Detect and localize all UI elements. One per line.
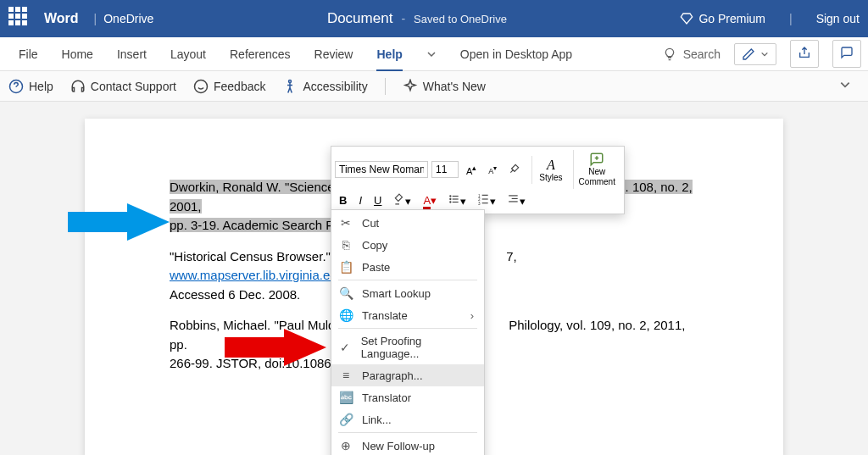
- help-button[interactable]: Help: [8, 79, 53, 94]
- font-size-select[interactable]: [431, 161, 459, 178]
- tab-layout[interactable]: Layout: [159, 37, 218, 71]
- tab-insert[interactable]: Insert: [105, 37, 159, 71]
- title-bar: Word | OneDrive Document - Saved to OneD…: [0, 0, 868, 37]
- svg-rect-16: [512, 198, 518, 199]
- svg-rect-4: [453, 196, 459, 197]
- menu-paste[interactable]: 📋 Paste: [331, 256, 484, 278]
- go-premium-button[interactable]: Go Premium: [680, 12, 765, 25]
- ribbon-tabs: File Home Insert Layout References Revie…: [0, 37, 868, 71]
- chevron-down-icon: [426, 49, 437, 59]
- chevron-down-icon: [760, 50, 769, 58]
- menu-copy[interactable]: ⎘ Copy: [331, 234, 484, 256]
- menu-separator: [338, 432, 477, 433]
- editing-mode-button[interactable]: [734, 43, 776, 65]
- numbering-button[interactable]: 123▾: [474, 191, 500, 210]
- document-title[interactable]: Document: [327, 10, 392, 27]
- tab-references[interactable]: References: [218, 37, 303, 71]
- contact-support-button[interactable]: Contact Support: [70, 79, 176, 94]
- expand-ribbon-button[interactable]: [831, 79, 860, 93]
- increase-font-button[interactable]: A▴: [462, 160, 481, 179]
- highlighter-icon: [393, 193, 405, 205]
- svg-rect-8: [453, 202, 459, 203]
- accessibility-icon: [282, 79, 298, 94]
- indent-icon: [508, 193, 520, 205]
- help-toolbar: Help Contact Support Feedback Accessibil…: [0, 71, 868, 102]
- translator-icon: 🔤: [338, 391, 353, 404]
- link-icon: 🔗: [338, 413, 353, 426]
- bullets-button[interactable]: ▾: [444, 191, 470, 210]
- bold-button[interactable]: B: [335, 191, 351, 209]
- svg-point-5: [449, 198, 451, 200]
- format-painter-button[interactable]: [504, 160, 525, 180]
- underline-button[interactable]: U: [370, 191, 386, 209]
- svg-rect-6: [453, 198, 459, 199]
- open-desktop-button[interactable]: Open in Desktop App: [448, 37, 584, 71]
- chevron-down-icon: [839, 79, 851, 91]
- copy-icon: ⎘: [338, 238, 353, 252]
- share-icon: [798, 46, 811, 59]
- comment-plus-icon: [589, 152, 604, 167]
- menu-translate[interactable]: 🌐 Translate ›: [331, 304, 484, 326]
- svg-marker-18: [68, 203, 170, 241]
- chevron-right-icon: ›: [470, 309, 474, 322]
- new-comment-button[interactable]: New Comment: [573, 150, 620, 189]
- svg-rect-10: [482, 195, 488, 196]
- menu-link[interactable]: 🔗 Link...: [331, 408, 484, 430]
- language-icon: ✓: [338, 341, 353, 354]
- smiley-icon: [193, 79, 209, 94]
- annotation-red-arrow: [225, 329, 326, 371]
- title-separator: |: [94, 12, 97, 25]
- feedback-button[interactable]: Feedback: [193, 79, 265, 94]
- paragraph-icon: ≡: [338, 369, 353, 382]
- font-color-button[interactable]: A▾: [419, 191, 441, 209]
- brush-icon: [509, 163, 520, 175]
- decrease-font-button[interactable]: A▾: [484, 162, 501, 178]
- highlight-button[interactable]: ▾: [389, 191, 415, 210]
- selected-text[interactable]: pp. 3-19. Academic Search Prem: [170, 218, 356, 232]
- menu-proofing-language[interactable]: ✓ Set Proofing Language...: [331, 330, 484, 364]
- menu-smart-lookup[interactable]: 🔍 Smart Lookup: [331, 282, 484, 304]
- title-separator: |: [789, 12, 793, 25]
- bullets-icon: [448, 193, 460, 205]
- svg-rect-14: [482, 203, 488, 203]
- menu-new-followup[interactable]: ⊕ New Follow-up: [331, 435, 484, 455]
- font-family-select[interactable]: [335, 161, 428, 178]
- tab-home[interactable]: Home: [50, 37, 105, 71]
- hyperlink[interactable]: www.mapserver.lib.virginia.edu/: [170, 268, 348, 282]
- styles-icon: A: [547, 158, 555, 173]
- tab-more[interactable]: [415, 37, 448, 71]
- pencil-icon: [742, 47, 755, 61]
- search-box[interactable]: Search: [663, 47, 721, 61]
- svg-marker-19: [225, 329, 326, 366]
- sign-out-button[interactable]: Sign out: [816, 12, 860, 25]
- italic-button[interactable]: I: [354, 191, 366, 209]
- menu-paragraph[interactable]: ≡ Paragraph...: [331, 364, 484, 386]
- search-icon: 🔍: [338, 286, 353, 300]
- styles-button[interactable]: A Styles: [531, 156, 569, 184]
- svg-point-2: [289, 80, 292, 82]
- question-icon: [8, 79, 24, 94]
- mini-toolbar: A▴ A▾ A Styles New Comment B I U ▾ A▾ ▾ …: [331, 146, 625, 214]
- menu-translator[interactable]: 🔤 Translator: [331, 386, 484, 408]
- app-launcher-icon[interactable]: [8, 7, 32, 31]
- followup-icon: ⊕: [338, 439, 353, 452]
- tab-help[interactable]: Help: [364, 37, 414, 71]
- indent-button[interactable]: ▾: [504, 191, 530, 210]
- save-status: Saved to OneDrive: [414, 13, 507, 25]
- share-button[interactable]: [790, 40, 819, 68]
- svg-text:3: 3: [478, 202, 481, 205]
- tab-review[interactable]: Review: [303, 37, 365, 71]
- menu-cut[interactable]: ✂ Cut: [331, 212, 484, 234]
- menu-separator: [338, 328, 477, 329]
- tab-file[interactable]: File: [7, 37, 50, 71]
- numbering-icon: 123: [478, 193, 490, 205]
- menu-separator: [338, 280, 477, 280]
- sparkle-icon: [403, 79, 418, 94]
- svg-point-3: [449, 195, 451, 197]
- paste-icon: 📋: [338, 260, 353, 274]
- accessibility-button[interactable]: Accessibility: [282, 79, 367, 94]
- diamond-icon: [680, 12, 693, 25]
- location-label[interactable]: OneDrive: [103, 12, 153, 25]
- comments-button[interactable]: [832, 40, 861, 68]
- whats-new-button[interactable]: What's New: [403, 79, 486, 94]
